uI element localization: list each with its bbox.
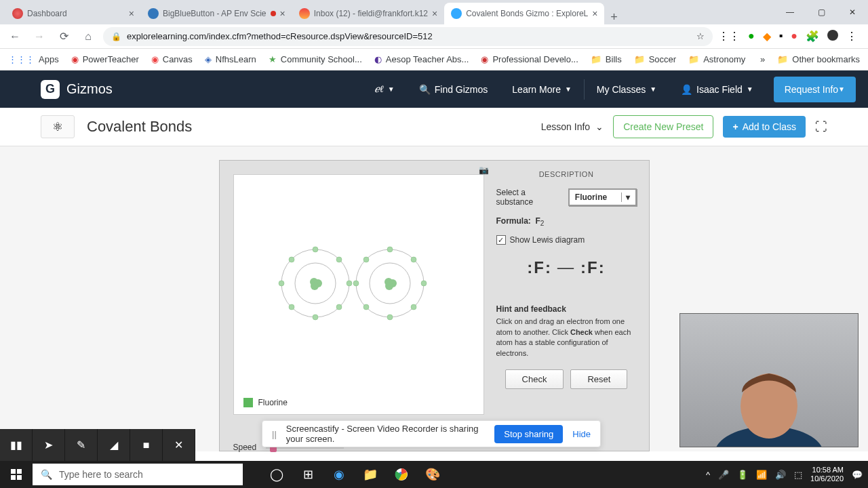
svg-point-22 <box>363 257 369 262</box>
menu-icon[interactable]: ⋮ <box>846 30 857 43</box>
bookmark-nfhs[interactable]: ◈NfhsLearn <box>205 54 256 64</box>
bookmark-community[interactable]: ★Community School... <box>269 54 362 64</box>
cortana-button[interactable]: ⊞ <box>293 461 323 488</box>
chrome-button[interactable] <box>387 461 416 488</box>
my-classes-dropdown[interactable]: My Classes ▼ <box>585 70 669 108</box>
taskbar-search[interactable]: 🔍 Type here to search <box>33 464 243 485</box>
bookmark-canvas[interactable]: ◉Canvas <box>151 54 193 64</box>
find-gizmos-link[interactable]: 🔍 Find Gizmos <box>407 70 500 108</box>
lesson-info-dropdown[interactable]: Lesson Info ⌄ <box>541 121 604 132</box>
bookmark-soccer[interactable]: 📁Soccer <box>634 54 676 64</box>
search-placeholder: Type here to search <box>59 469 143 480</box>
svg-point-14 <box>289 304 294 310</box>
svg-rect-30 <box>11 475 16 480</box>
pause-rec-button[interactable]: ▮▮ <box>0 429 33 461</box>
taskbar-app[interactable]: 🎨 <box>418 461 448 488</box>
tab-dashboard[interactable]: Dashboard × <box>5 3 141 24</box>
svg-rect-28 <box>11 469 16 474</box>
reload-button[interactable]: ⟳ <box>54 27 73 46</box>
bookmark-apps[interactable]: ⋮⋮⋮Apps <box>8 54 59 64</box>
home-button[interactable]: ⌂ <box>79 27 98 46</box>
simulation-panel[interactable]: 📷 Fluorine <box>233 174 484 415</box>
el-logo-dropdown[interactable]: ℯℓ ▼ <box>362 70 407 108</box>
eraser-button[interactable]: ◢ <box>98 429 130 461</box>
bookmark-astronomy[interactable]: 📁Astronomy <box>688 54 745 64</box>
task-view-button[interactable]: ◯ <box>262 461 292 488</box>
ext-icon[interactable]: ⋮⋮ <box>718 30 740 43</box>
add-to-class-button[interactable]: + Add to Class <box>723 116 806 138</box>
tab-close-icon[interactable]: × <box>129 8 134 19</box>
request-info-button[interactable]: Request Info ▼ <box>774 77 856 102</box>
create-preset-button[interactable]: Create New Preset <box>613 115 713 138</box>
system-clock[interactable]: 10:58 AM10/6/2020 <box>810 466 844 483</box>
taskbar-app[interactable]: ◉ <box>324 461 354 488</box>
lewis-checkbox-row[interactable]: ✓ Show Lewis diagram <box>496 235 637 245</box>
bookmark-prof-dev[interactable]: ◉Professional Develo... <box>481 54 578 64</box>
file-explorer-button[interactable]: 📁 <box>355 461 385 488</box>
camera-icon[interactable]: 📷 <box>479 165 489 175</box>
checkbox-icon[interactable]: ✓ <box>496 235 506 245</box>
bookmarks-overflow[interactable]: » <box>760 54 765 64</box>
bookmark-powerteacher[interactable]: ◉PowerTeacher <box>71 54 139 64</box>
mic-icon[interactable]: 🎤 <box>718 470 729 480</box>
bookmark-bills[interactable]: 📁Bills <box>591 54 622 64</box>
legend-swatch <box>243 398 253 407</box>
tab-gmail[interactable]: Inbox (12) - fieldi@frankfort.k12 × <box>292 3 444 24</box>
close-rec-button[interactable]: ✕ <box>163 429 195 461</box>
hide-button[interactable]: Hide <box>572 429 591 439</box>
webcam-overlay[interactable] <box>679 313 859 447</box>
pointer-button[interactable]: ➤ <box>33 429 65 461</box>
puzzle-icon[interactable]: 🧩 <box>806 30 819 43</box>
pen-button[interactable]: ✎ <box>65 429 98 461</box>
legend: Fluorine <box>243 398 288 407</box>
notifications-icon[interactable]: 💬 <box>852 470 863 480</box>
dropbox-icon[interactable]: ⬚ <box>794 470 802 480</box>
legend-label: Fluorine <box>258 398 288 407</box>
tab-close-icon[interactable]: × <box>280 8 285 19</box>
ext-icon[interactable]: ▪ <box>779 30 783 43</box>
minimize-button[interactable]: — <box>774 0 806 24</box>
logo-icon[interactable]: G <box>41 80 60 99</box>
tab-bbb[interactable]: BigBlueButton - AP Env Scie × <box>141 3 292 24</box>
ext-icon[interactable]: ● <box>791 30 797 43</box>
stop-sharing-button[interactable]: Stop sharing <box>494 425 563 443</box>
svg-point-25 <box>411 304 416 310</box>
svg-point-10 <box>313 247 318 252</box>
forward-button[interactable]: → <box>30 27 49 46</box>
maximize-button[interactable]: ▢ <box>806 0 837 24</box>
url-input[interactable]: 🔒 explorelearning.com/index.cfm?method=c… <box>103 27 713 46</box>
battery-icon[interactable]: 🔋 <box>737 470 748 480</box>
tab-gizmo-active[interactable]: Covalent Bonds Gizmo : ExploreL × <box>444 3 604 24</box>
favicon <box>12 8 23 19</box>
lesson-thumbnail: ⚛ <box>41 115 75 138</box>
camera-button[interactable]: ■ <box>130 429 163 461</box>
other-bookmarks[interactable]: 📁Other bookmarks <box>777 54 860 64</box>
star-icon[interactable]: ☆ <box>696 31 705 41</box>
fullscreen-icon[interactable]: ⛶ <box>815 120 827 134</box>
tab-close-icon[interactable]: × <box>592 8 597 19</box>
lewis-label: Show Lewis diagram <box>510 235 585 245</box>
svg-point-19 <box>387 247 393 252</box>
substance-select[interactable]: Fluorine▾ <box>568 188 637 206</box>
learn-more-dropdown[interactable]: Learn More ▼ <box>500 70 584 108</box>
svg-point-15 <box>336 257 342 262</box>
start-button[interactable] <box>0 461 33 488</box>
close-button[interactable]: ✕ <box>837 0 868 24</box>
back-button[interactable]: ← <box>5 27 24 46</box>
wifi-icon[interactable]: 📶 <box>756 470 767 480</box>
tray-overflow-icon[interactable]: ^ <box>706 470 710 480</box>
reset-button[interactable]: Reset <box>570 369 627 389</box>
ext-icon[interactable]: ● <box>748 30 755 43</box>
tab-close-icon[interactable]: × <box>432 8 437 19</box>
description-panel: DESCRIPTION Select a substance Fluorine▾… <box>484 161 649 451</box>
logo-text[interactable]: Gizmos <box>66 81 113 97</box>
favicon <box>299 8 310 19</box>
ext-icon[interactable]: ◆ <box>763 30 771 43</box>
bookmark-aesop[interactable]: ◐Aesop Teacher Abs... <box>374 54 469 64</box>
check-button[interactable]: Check <box>505 369 564 389</box>
molecule-diagram[interactable] <box>275 243 431 324</box>
volume-icon[interactable]: 🔊 <box>775 470 786 480</box>
user-dropdown[interactable]: 👤 Isaac Field ▼ <box>669 70 766 108</box>
profile-avatar[interactable] <box>827 30 838 41</box>
new-tab-button[interactable]: + <box>604 10 623 24</box>
